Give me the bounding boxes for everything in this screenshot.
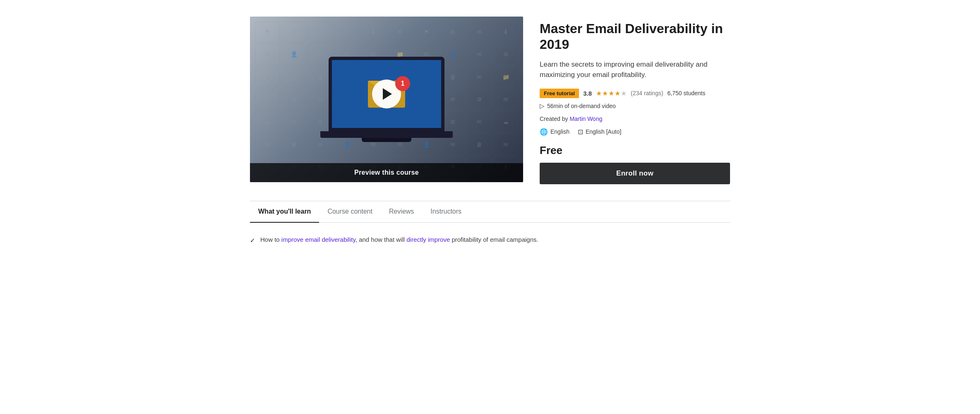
icon-cell: ✉ — [281, 67, 306, 87]
tab-reviews[interactable]: Reviews — [381, 201, 422, 223]
icon-cell: ✉ — [493, 134, 518, 154]
icon-cell: ✉ — [255, 89, 280, 110]
icon-cell: ✉ — [467, 67, 492, 87]
icon-cell: ⬇ — [361, 22, 386, 42]
tab-course-content[interactable]: Course content — [319, 201, 381, 223]
laptop-stand — [362, 138, 411, 142]
icon-cell: ⚙ — [493, 44, 518, 65]
audio-language: English — [550, 128, 569, 135]
highlight-directly: directly improve — [406, 236, 450, 243]
creator-label: Created by — [540, 116, 568, 122]
icon-cell: 👤 — [281, 44, 306, 65]
icon-cell: 🗑 — [467, 134, 492, 154]
icon-cell: ✉ — [467, 44, 492, 65]
notification-badge: 1 — [395, 76, 410, 91]
cc-language-item: ⊡ English [Auto] — [578, 128, 621, 136]
globe-icon: 🌐 — [540, 128, 548, 136]
students-count: 6,750 students — [668, 90, 706, 96]
creator-row: Created by Martin Wong — [540, 116, 730, 122]
icon-cell: ✉ — [493, 89, 518, 110]
video-duration: 56min of on-demand video — [547, 103, 616, 109]
icon-cell: ✉ — [281, 111, 306, 132]
highlight-improve: improve email deliverability — [281, 236, 355, 243]
icon-cell: ✉ — [281, 22, 306, 42]
icon-cell: ⚑ — [255, 22, 280, 42]
rating-score: 3.8 — [583, 90, 592, 97]
learn-text-1: How to improve email deliverability, and… — [260, 235, 538, 245]
star-3: ★ — [608, 89, 614, 97]
video-info: ▷ 56min of on-demand video — [540, 102, 616, 110]
icon-cell: 🗑 — [281, 134, 306, 154]
course-thumbnail[interactable]: ⚑ ✉ ⊞ ✉ ⬇ ✉ ⚑ ⊞ ✉ ⬇ ✉ 👤 ✉ ⚙ ✉ 📁 — [250, 17, 523, 182]
language-row: 🌐 English ⊡ English [Auto] — [540, 128, 730, 136]
envelope-with-play: 1 — [368, 81, 405, 108]
star-2: ★ — [602, 89, 608, 97]
tab-instructors[interactable]: Instructors — [422, 201, 470, 223]
audio-language-item: 🌐 English — [540, 128, 569, 136]
tab-what-youll-learn[interactable]: What you'll learn — [250, 201, 319, 223]
price-label: Free — [540, 144, 730, 157]
star-4: ★ — [615, 89, 620, 97]
preview-label[interactable]: Preview this course — [250, 163, 523, 182]
creator-link[interactable]: Martin Wong — [569, 116, 602, 122]
star-1: ★ — [596, 89, 602, 97]
free-tutorial-badge: Free tutorial — [540, 89, 579, 98]
icon-cell: ⚑ — [414, 22, 439, 42]
icon-cell: ✉ — [255, 134, 280, 154]
laptop-screen: 1 — [329, 57, 444, 131]
video-icon: ▷ — [540, 102, 545, 110]
icon-cell: ✉ — [334, 22, 359, 42]
icon-cell: ☁ — [255, 111, 280, 132]
closed-caption-icon: ⊡ — [578, 128, 583, 136]
course-tabs: What you'll learn Course content Reviews… — [250, 201, 730, 223]
icon-cell: ⬇ — [255, 67, 280, 87]
course-header: ⚑ ✉ ⊞ ✉ ⬇ ✉ ⚑ ⊞ ✉ ⬇ ✉ 👤 ✉ ⚙ ✉ 📁 — [250, 17, 730, 184]
course-title: Master Email Deliverability in 2019 — [540, 21, 730, 53]
course-info: Master Email Deliverability in 2019 Lear… — [540, 17, 730, 184]
page-wrapper: ⚑ ✉ ⊞ ✉ ⬇ ✉ ⚑ ⊞ ✉ ⬇ ✉ 👤 ✉ ⚙ ✉ 📁 — [242, 0, 738, 262]
star-rating: ★ ★ ★ ★ ★ — [596, 89, 627, 97]
icon-cell: ⚙ — [467, 89, 492, 110]
laptop-illustration: 1 — [320, 57, 453, 142]
icon-cell: ✉ — [467, 111, 492, 132]
learn-item-1: ✓ How to improve email deliverability, a… — [250, 235, 730, 246]
icon-cell: ✉ — [387, 22, 412, 42]
rating-count: (234 ratings) — [631, 90, 663, 96]
enroll-button[interactable]: Enroll now — [540, 163, 730, 184]
course-description: Learn the secrets to improving email del… — [540, 59, 730, 80]
icon-cell: ☁ — [493, 111, 518, 132]
icon-cell: ⚙ — [281, 89, 306, 110]
play-triangle — [383, 88, 392, 100]
icon-cell: ✉ — [467, 22, 492, 42]
icon-cell: ⬇ — [493, 22, 518, 42]
icon-cell: ⊞ — [308, 22, 333, 42]
laptop-base — [320, 131, 453, 138]
rating-row: Free tutorial 3.8 ★ ★ ★ ★ ★ (234 ratings… — [540, 89, 730, 110]
play-button[interactable]: 1 — [372, 79, 401, 108]
icon-cell: ✉ — [255, 44, 280, 65]
icon-cell: 📁 — [493, 67, 518, 87]
star-5-empty: ★ — [621, 89, 627, 97]
thumbnail-background: ⚑ ✉ ⊞ ✉ ⬇ ✉ ⚑ ⊞ ✉ ⬇ ✉ 👤 ✉ ⚙ ✉ 📁 — [250, 17, 523, 182]
checkmark-icon: ✓ — [250, 236, 255, 246]
cc-language: English [Auto] — [586, 128, 621, 135]
icon-cell: ⊞ — [440, 22, 465, 42]
